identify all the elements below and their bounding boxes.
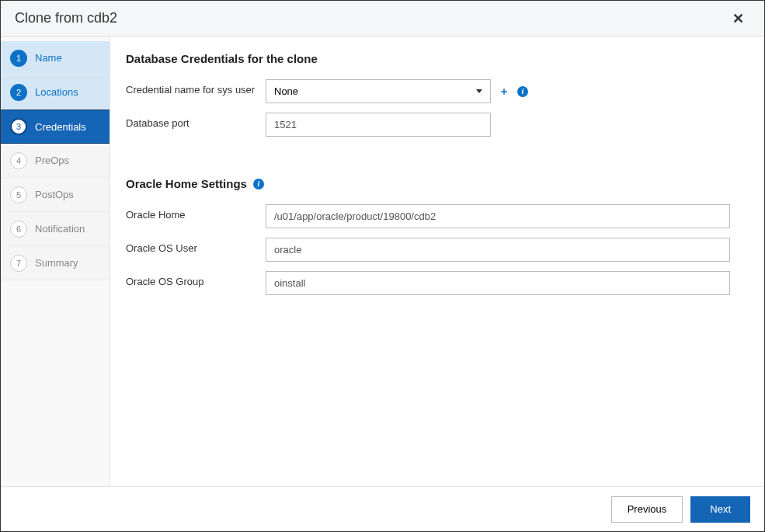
step-preops[interactable]: 4 PreOps xyxy=(1,144,110,178)
step-number: 5 xyxy=(10,186,27,203)
credential-name-label: Credential name for sys user xyxy=(126,79,266,96)
add-credential-button[interactable]: ＋ xyxy=(499,85,509,99)
row-credential-name: Credential name for sys user None ＋ i xyxy=(126,79,741,103)
row-oracle-home: Oracle Home xyxy=(126,204,741,228)
row-database-port: Database port xyxy=(126,113,741,137)
section-db-credentials-title: Database Credentials for the clone xyxy=(126,52,741,65)
oracle-home-input[interactable] xyxy=(266,204,730,228)
credential-name-value: None xyxy=(274,85,298,97)
credential-name-select[interactable]: None xyxy=(266,79,491,103)
section-oracle-home-title: Oracle Home Settings i xyxy=(126,177,741,190)
oracle-os-group-label: Oracle OS Group xyxy=(126,271,266,287)
step-label: PostOps xyxy=(35,189,74,200)
caret-down-icon xyxy=(476,89,482,93)
step-name[interactable]: 1 Name xyxy=(1,41,110,75)
step-label: Locations xyxy=(35,86,78,98)
oracle-os-group-input[interactable] xyxy=(266,271,730,295)
wizard-sidebar: 1 Name 2 Locations 3 Credentials 4 PreOp… xyxy=(1,37,110,486)
step-number: 6 xyxy=(10,221,27,238)
database-port-controls xyxy=(266,113,491,137)
dialog-title: Clone from cdb2 xyxy=(15,10,117,26)
close-button[interactable]: ✕ xyxy=(726,7,750,30)
next-button[interactable]: Next xyxy=(690,496,750,523)
step-number: 7 xyxy=(10,255,27,272)
step-number: 4 xyxy=(10,152,27,169)
step-locations[interactable]: 2 Locations xyxy=(1,75,110,110)
oracle-os-user-input[interactable] xyxy=(266,238,730,262)
step-credentials[interactable]: 3 Credentials xyxy=(1,110,110,144)
info-icon[interactable]: i xyxy=(253,179,264,190)
dialog-header: Clone from cdb2 ✕ xyxy=(1,1,764,37)
step-postops[interactable]: 5 PostOps xyxy=(1,178,110,212)
dialog-footer: Previous Next xyxy=(1,486,764,531)
main-content: Database Credentials for the clone Crede… xyxy=(110,37,764,486)
row-oracle-os-user: Oracle OS User xyxy=(126,238,741,262)
row-oracle-os-group: Oracle OS Group xyxy=(126,271,741,295)
dialog-body: 1 Name 2 Locations 3 Credentials 4 PreOp… xyxy=(1,37,764,486)
step-number: 3 xyxy=(10,118,27,135)
step-label: Notification xyxy=(35,223,85,235)
step-label: PreOps xyxy=(35,155,69,166)
step-number: 1 xyxy=(10,50,27,67)
step-number: 2 xyxy=(10,84,27,101)
oracle-home-label: Oracle Home xyxy=(126,204,266,221)
step-summary[interactable]: 7 Summary xyxy=(1,246,110,280)
oracle-home-settings-label: Oracle Home Settings xyxy=(126,177,247,190)
credential-name-controls: None ＋ i xyxy=(266,79,528,103)
step-notification[interactable]: 6 Notification xyxy=(1,212,110,246)
oracle-os-user-label: Oracle OS User xyxy=(126,238,266,254)
previous-button[interactable]: Previous xyxy=(611,496,683,523)
database-port-input[interactable] xyxy=(266,113,491,137)
step-label: Name xyxy=(35,52,62,64)
database-port-label: Database port xyxy=(126,113,266,129)
step-label: Credentials xyxy=(35,121,86,133)
step-label: Summary xyxy=(35,257,78,269)
info-icon[interactable]: i xyxy=(517,86,528,97)
